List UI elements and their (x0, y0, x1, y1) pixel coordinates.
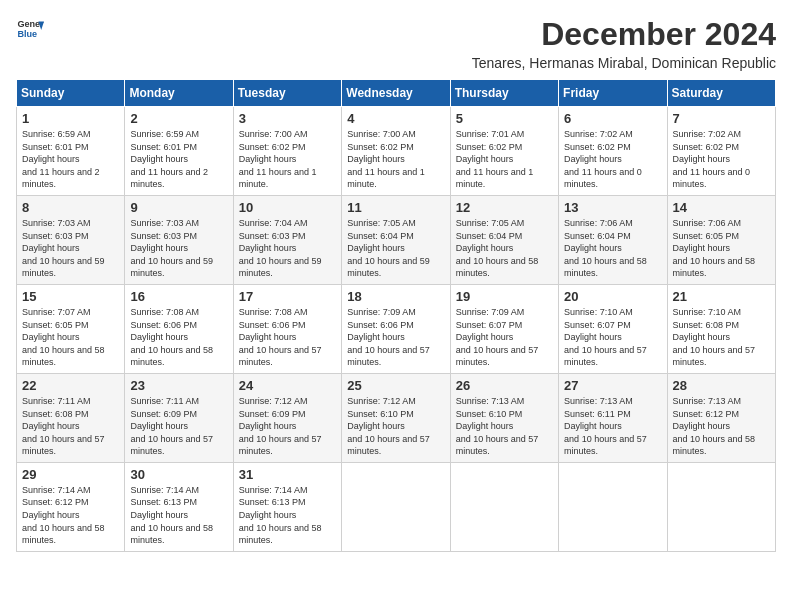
day-number: 23 (130, 378, 227, 393)
weekday-header: Wednesday (342, 80, 450, 107)
calendar-cell: 2Sunrise: 6:59 AMSunset: 6:01 PMDaylight… (125, 107, 233, 196)
weekday-header: Saturday (667, 80, 775, 107)
day-number: 31 (239, 467, 336, 482)
logo-icon: General Blue (16, 16, 44, 44)
calendar-cell: 4Sunrise: 7:00 AMSunset: 6:02 PMDaylight… (342, 107, 450, 196)
cell-content: Sunrise: 7:10 AMSunset: 6:07 PMDaylight … (564, 306, 661, 369)
calendar-week-row: 22Sunrise: 7:11 AMSunset: 6:08 PMDayligh… (17, 373, 776, 462)
day-number: 26 (456, 378, 553, 393)
calendar-cell (450, 462, 558, 551)
day-number: 22 (22, 378, 119, 393)
calendar-cell: 3Sunrise: 7:00 AMSunset: 6:02 PMDaylight… (233, 107, 341, 196)
day-number: 25 (347, 378, 444, 393)
calendar-cell: 30Sunrise: 7:14 AMSunset: 6:13 PMDayligh… (125, 462, 233, 551)
cell-content: Sunrise: 7:01 AMSunset: 6:02 PMDaylight … (456, 128, 553, 191)
day-number: 19 (456, 289, 553, 304)
calendar-cell: 25Sunrise: 7:12 AMSunset: 6:10 PMDayligh… (342, 373, 450, 462)
calendar-table: SundayMondayTuesdayWednesdayThursdayFrid… (16, 79, 776, 552)
day-number: 18 (347, 289, 444, 304)
weekday-header: Thursday (450, 80, 558, 107)
calendar-cell (559, 462, 667, 551)
calendar-cell: 15Sunrise: 7:07 AMSunset: 6:05 PMDayligh… (17, 284, 125, 373)
calendar-cell: 24Sunrise: 7:12 AMSunset: 6:09 PMDayligh… (233, 373, 341, 462)
day-number: 29 (22, 467, 119, 482)
logo: General Blue (16, 16, 44, 44)
cell-content: Sunrise: 7:11 AMSunset: 6:09 PMDaylight … (130, 395, 227, 458)
cell-content: Sunrise: 7:14 AMSunset: 6:13 PMDaylight … (130, 484, 227, 547)
day-number: 28 (673, 378, 770, 393)
cell-content: Sunrise: 7:04 AMSunset: 6:03 PMDaylight … (239, 217, 336, 280)
cell-content: Sunrise: 7:13 AMSunset: 6:10 PMDaylight … (456, 395, 553, 458)
calendar-cell: 7Sunrise: 7:02 AMSunset: 6:02 PMDaylight… (667, 107, 775, 196)
weekday-header-row: SundayMondayTuesdayWednesdayThursdayFrid… (17, 80, 776, 107)
calendar-week-row: 8Sunrise: 7:03 AMSunset: 6:03 PMDaylight… (17, 195, 776, 284)
location: Tenares, Hermanas Mirabal, Dominican Rep… (472, 55, 776, 71)
day-number: 7 (673, 111, 770, 126)
weekday-header: Sunday (17, 80, 125, 107)
calendar-cell: 27Sunrise: 7:13 AMSunset: 6:11 PMDayligh… (559, 373, 667, 462)
day-number: 15 (22, 289, 119, 304)
calendar-cell (342, 462, 450, 551)
day-number: 16 (130, 289, 227, 304)
day-number: 11 (347, 200, 444, 215)
calendar-cell: 29Sunrise: 7:14 AMSunset: 6:12 PMDayligh… (17, 462, 125, 551)
cell-content: Sunrise: 7:09 AMSunset: 6:06 PMDaylight … (347, 306, 444, 369)
calendar-cell: 13Sunrise: 7:06 AMSunset: 6:04 PMDayligh… (559, 195, 667, 284)
month-title: December 2024 (472, 16, 776, 53)
day-number: 24 (239, 378, 336, 393)
cell-content: Sunrise: 7:09 AMSunset: 6:07 PMDaylight … (456, 306, 553, 369)
cell-content: Sunrise: 7:05 AMSunset: 6:04 PMDaylight … (456, 217, 553, 280)
cell-content: Sunrise: 7:03 AMSunset: 6:03 PMDaylight … (130, 217, 227, 280)
day-number: 14 (673, 200, 770, 215)
cell-content: Sunrise: 7:03 AMSunset: 6:03 PMDaylight … (22, 217, 119, 280)
calendar-cell: 11Sunrise: 7:05 AMSunset: 6:04 PMDayligh… (342, 195, 450, 284)
day-number: 20 (564, 289, 661, 304)
calendar-cell: 8Sunrise: 7:03 AMSunset: 6:03 PMDaylight… (17, 195, 125, 284)
cell-content: Sunrise: 7:13 AMSunset: 6:11 PMDaylight … (564, 395, 661, 458)
calendar-cell: 21Sunrise: 7:10 AMSunset: 6:08 PMDayligh… (667, 284, 775, 373)
calendar-cell: 22Sunrise: 7:11 AMSunset: 6:08 PMDayligh… (17, 373, 125, 462)
calendar-cell: 5Sunrise: 7:01 AMSunset: 6:02 PMDaylight… (450, 107, 558, 196)
calendar-cell: 17Sunrise: 7:08 AMSunset: 6:06 PMDayligh… (233, 284, 341, 373)
calendar-cell: 16Sunrise: 7:08 AMSunset: 6:06 PMDayligh… (125, 284, 233, 373)
cell-content: Sunrise: 7:11 AMSunset: 6:08 PMDaylight … (22, 395, 119, 458)
cell-content: Sunrise: 7:05 AMSunset: 6:04 PMDaylight … (347, 217, 444, 280)
day-number: 5 (456, 111, 553, 126)
weekday-header: Friday (559, 80, 667, 107)
cell-content: Sunrise: 7:02 AMSunset: 6:02 PMDaylight … (564, 128, 661, 191)
day-number: 3 (239, 111, 336, 126)
cell-content: Sunrise: 7:12 AMSunset: 6:09 PMDaylight … (239, 395, 336, 458)
cell-content: Sunrise: 7:06 AMSunset: 6:04 PMDaylight … (564, 217, 661, 280)
day-number: 27 (564, 378, 661, 393)
calendar-cell: 1Sunrise: 6:59 AMSunset: 6:01 PMDaylight… (17, 107, 125, 196)
calendar-cell: 19Sunrise: 7:09 AMSunset: 6:07 PMDayligh… (450, 284, 558, 373)
day-number: 12 (456, 200, 553, 215)
cell-content: Sunrise: 7:00 AMSunset: 6:02 PMDaylight … (347, 128, 444, 191)
cell-content: Sunrise: 7:02 AMSunset: 6:02 PMDaylight … (673, 128, 770, 191)
title-section: December 2024 Tenares, Hermanas Mirabal,… (472, 16, 776, 71)
svg-text:Blue: Blue (17, 29, 37, 39)
weekday-header: Monday (125, 80, 233, 107)
calendar-week-row: 29Sunrise: 7:14 AMSunset: 6:12 PMDayligh… (17, 462, 776, 551)
cell-content: Sunrise: 6:59 AMSunset: 6:01 PMDaylight … (22, 128, 119, 191)
page-header: General Blue December 2024 Tenares, Herm… (16, 16, 776, 71)
cell-content: Sunrise: 7:08 AMSunset: 6:06 PMDaylight … (130, 306, 227, 369)
calendar-cell: 14Sunrise: 7:06 AMSunset: 6:05 PMDayligh… (667, 195, 775, 284)
calendar-cell: 23Sunrise: 7:11 AMSunset: 6:09 PMDayligh… (125, 373, 233, 462)
calendar-week-row: 15Sunrise: 7:07 AMSunset: 6:05 PMDayligh… (17, 284, 776, 373)
day-number: 17 (239, 289, 336, 304)
cell-content: Sunrise: 7:13 AMSunset: 6:12 PMDaylight … (673, 395, 770, 458)
cell-content: Sunrise: 7:00 AMSunset: 6:02 PMDaylight … (239, 128, 336, 191)
cell-content: Sunrise: 7:06 AMSunset: 6:05 PMDaylight … (673, 217, 770, 280)
day-number: 21 (673, 289, 770, 304)
cell-content: Sunrise: 6:59 AMSunset: 6:01 PMDaylight … (130, 128, 227, 191)
day-number: 8 (22, 200, 119, 215)
calendar-cell: 10Sunrise: 7:04 AMSunset: 6:03 PMDayligh… (233, 195, 341, 284)
cell-content: Sunrise: 7:10 AMSunset: 6:08 PMDaylight … (673, 306, 770, 369)
cell-content: Sunrise: 7:07 AMSunset: 6:05 PMDaylight … (22, 306, 119, 369)
day-number: 4 (347, 111, 444, 126)
day-number: 6 (564, 111, 661, 126)
calendar-cell: 20Sunrise: 7:10 AMSunset: 6:07 PMDayligh… (559, 284, 667, 373)
day-number: 9 (130, 200, 227, 215)
day-number: 10 (239, 200, 336, 215)
